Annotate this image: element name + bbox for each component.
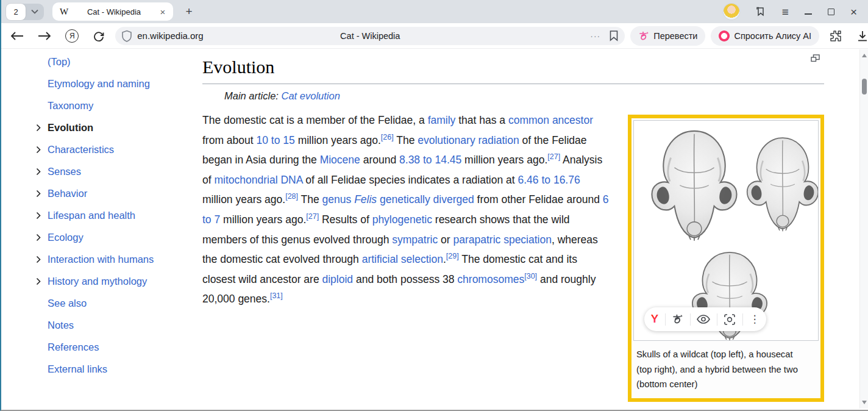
image-translate-icon[interactable] bbox=[672, 313, 683, 325]
site-security-shield-icon[interactable] bbox=[121, 30, 132, 42]
sidebar-item-ecology[interactable]: Ecology bbox=[36, 226, 194, 248]
tab-title: Cat - Wikipedia bbox=[71, 7, 157, 16]
reference-link[interactable]: [27] bbox=[547, 152, 560, 161]
window-minimize-button[interactable] bbox=[805, 13, 812, 15]
sidebar-item-lifespan-and-health[interactable]: Lifespan and health bbox=[36, 204, 194, 226]
article-link[interactable]: parapatric speciation bbox=[453, 234, 551, 246]
article-link[interactable]: 8.38 to 14.45 bbox=[399, 154, 461, 166]
toc-chevron-icon[interactable] bbox=[36, 168, 48, 176]
article-link[interactable]: evolutionary radiation bbox=[418, 134, 519, 146]
tab-close-icon[interactable]: × bbox=[157, 7, 168, 17]
article-link[interactable]: genetically diverged bbox=[380, 193, 474, 206]
profile-avatar[interactable] bbox=[724, 4, 739, 20]
toc-item-label: Lifespan and health bbox=[48, 210, 135, 221]
article-link[interactable]: chromosomes bbox=[457, 273, 524, 285]
address-bar[interactable]: en.wikipedia.org Cat - Wikipedia ··· bbox=[115, 27, 625, 45]
reference-marker: [30] bbox=[524, 272, 537, 281]
article-link[interactable]: Miocene bbox=[320, 154, 360, 166]
image-view-eye-icon[interactable] bbox=[697, 315, 710, 324]
article-link[interactable]: artificial selection bbox=[362, 253, 443, 265]
toc-item-label: History and mythology bbox=[48, 276, 147, 287]
sidebar-item-etymology-and-naming[interactable]: Etymology and naming bbox=[36, 73, 194, 95]
ask-alice-button[interactable]: Спросить Алису AI bbox=[711, 26, 819, 46]
sidebar-item-history-and-mythology[interactable]: History and mythology bbox=[36, 270, 194, 292]
tab-cat-wikipedia[interactable]: W Cat - Wikipedia × bbox=[52, 2, 173, 21]
page-scrollbar[interactable] bbox=[859, 49, 868, 409]
tab-strip: 2 W Cat - Wikipedia × + ≡ × bbox=[1, 0, 868, 23]
article-link[interactable]: 10 to 15 bbox=[257, 134, 295, 146]
reference-link[interactable]: [29] bbox=[446, 252, 459, 260]
article-link[interactable]: diploid bbox=[322, 273, 353, 285]
sidebar-item-evolution[interactable]: Evolution bbox=[36, 116, 194, 138]
sidebar-item-taxonomy[interactable]: Taxonomy bbox=[36, 95, 194, 116]
browser-menu-icon[interactable]: ≡ bbox=[782, 6, 789, 18]
alice-icon bbox=[719, 30, 730, 41]
tab-counter-control[interactable]: 2 bbox=[6, 4, 44, 20]
toc-chevron-icon[interactable] bbox=[36, 234, 48, 241]
article-link[interactable]: phylogenetic bbox=[372, 213, 432, 226]
reference-link[interactable]: [28] bbox=[285, 193, 298, 201]
toc-item-label: Characteristics bbox=[48, 144, 114, 155]
window-maximize-button[interactable] bbox=[828, 9, 834, 15]
article-link[interactable]: Felis bbox=[354, 193, 377, 206]
skulls-image[interactable]: Y ⋮ bbox=[633, 120, 819, 341]
article-link[interactable]: genus bbox=[322, 193, 352, 206]
reference-link[interactable]: [31] bbox=[270, 292, 283, 301]
article-link[interactable]: 6.46 to 16.76 bbox=[518, 174, 580, 186]
yandex-logo-icon[interactable]: Y bbox=[651, 309, 659, 329]
toc-item-label: External links bbox=[48, 363, 107, 375]
toolbar-separator bbox=[717, 313, 717, 326]
article-link[interactable]: family bbox=[428, 114, 456, 126]
sidebar-item--top-[interactable]: (Top) bbox=[36, 51, 194, 73]
sidebar-item-notes[interactable]: Notes bbox=[36, 314, 194, 336]
image-search-camera-icon[interactable] bbox=[724, 313, 736, 326]
tab-list-chevron-icon[interactable] bbox=[26, 9, 44, 14]
sidebar-item-senses[interactable]: Senses bbox=[36, 160, 194, 182]
bookmark-icon[interactable] bbox=[609, 30, 619, 41]
tab-count[interactable]: 2 bbox=[6, 4, 26, 20]
sidebar-item-characteristics[interactable]: Characteristics bbox=[36, 138, 194, 160]
toc-item-label: Interaction with humans bbox=[48, 254, 154, 265]
scrollbar-up-arrow[interactable] bbox=[862, 54, 867, 57]
reload-button[interactable] bbox=[91, 29, 105, 43]
scrollbar-thumb[interactable] bbox=[862, 79, 867, 95]
reference-marker: [27] bbox=[306, 212, 319, 221]
image-kebab-menu-icon[interactable]: ⋮ bbox=[749, 314, 760, 324]
back-button[interactable] bbox=[10, 29, 24, 43]
hatnote-link[interactable]: Cat evolution bbox=[282, 90, 340, 101]
address-more-icon[interactable]: ··· bbox=[590, 31, 600, 41]
side-panel-icon[interactable] bbox=[755, 6, 766, 17]
sidebar-item-references[interactable]: References bbox=[36, 336, 194, 358]
figure-expand-icon[interactable] bbox=[811, 54, 820, 62]
article-link[interactable]: mitochondrial DNA bbox=[214, 174, 302, 186]
article-link[interactable]: sympatric bbox=[392, 234, 438, 246]
toolbar-separator bbox=[742, 313, 743, 326]
url-host[interactable]: en.wikipedia.org bbox=[137, 30, 203, 41]
reference-link[interactable]: [26] bbox=[381, 133, 394, 141]
toc-chevron-icon[interactable] bbox=[36, 190, 48, 198]
sidebar-item-behavior[interactable]: Behavior bbox=[36, 182, 194, 204]
reference-link[interactable]: [30] bbox=[524, 272, 537, 281]
toc-chevron-icon[interactable] bbox=[36, 212, 48, 220]
downloads-icon[interactable] bbox=[857, 30, 868, 42]
forward-button[interactable] bbox=[37, 29, 51, 43]
article-link[interactable]: common ancestor bbox=[508, 114, 593, 126]
toc-chevron-icon[interactable] bbox=[36, 277, 48, 285]
scrollbar-down-arrow[interactable] bbox=[862, 401, 867, 404]
sidebar-item-interaction-with-humans[interactable]: Interaction with humans bbox=[36, 248, 194, 270]
reference-link[interactable]: [27] bbox=[306, 212, 319, 221]
translate-button[interactable]: Перевести bbox=[630, 26, 705, 46]
sidebar-item-external-links[interactable]: External links bbox=[36, 358, 194, 380]
toc-chevron-icon[interactable] bbox=[36, 124, 48, 132]
sidebar-item-see-also[interactable]: See also bbox=[36, 292, 194, 314]
browser-toolbar: Я en.wikipedia.org Cat - Wikipedia ··· П… bbox=[1, 23, 868, 49]
toc-chevron-icon[interactable] bbox=[36, 146, 48, 154]
toc-chevron-icon[interactable] bbox=[36, 256, 48, 263]
new-tab-button[interactable]: + bbox=[180, 3, 197, 20]
extensions-puzzle-icon[interactable] bbox=[829, 29, 842, 43]
window-close-button[interactable]: × bbox=[850, 6, 857, 18]
toc-item-label: References bbox=[48, 341, 99, 353]
yandex-start-page-icon[interactable]: Я bbox=[65, 29, 79, 43]
image-hover-toolbar: Y ⋮ bbox=[644, 307, 766, 331]
toc-item-label: Etymology and naming bbox=[48, 78, 150, 90]
